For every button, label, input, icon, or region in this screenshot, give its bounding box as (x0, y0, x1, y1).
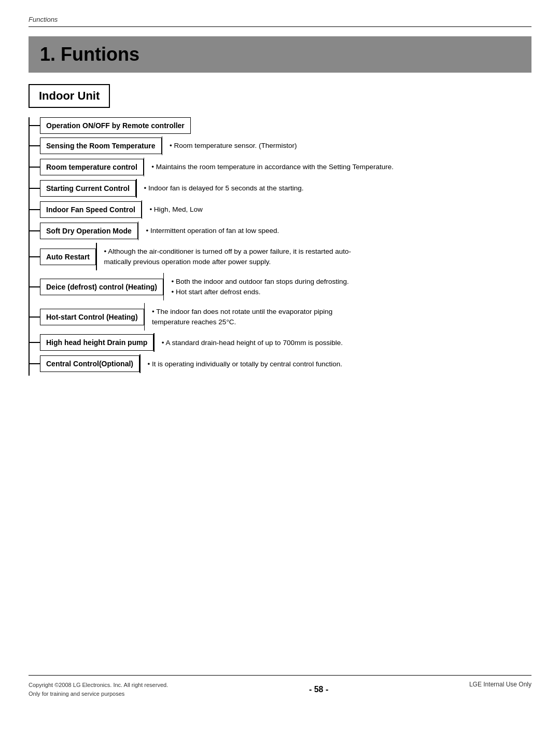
feature-desc-9: • A standard drain-head height of up to … (155, 334, 350, 352)
horiz-tick-6 (30, 256, 40, 257)
feature-label-6: Auto Restart (40, 249, 96, 265)
feature-desc-8: • The indoor fan does not rotate until t… (145, 303, 340, 331)
feature-row-10: Central Control(Optional) • It is operat… (30, 354, 531, 373)
page-container: Functions 1. Funtions Indoor Unit Operat… (0, 0, 560, 729)
section-header: 1. Funtions (29, 36, 531, 73)
section-title: 1. Funtions (40, 44, 139, 65)
horiz-tick-2 (30, 167, 40, 168)
feature-label-5: Soft Dry Operation Mode (40, 223, 138, 239)
feature-label-9: High head height Drain pump (40, 334, 153, 351)
feature-label-8: Hot-start Control (Heating) (40, 309, 144, 325)
feature-desc-6: • Although the air-conditioner is turned… (97, 243, 359, 270)
footer: Copyright ©2008 LG Electronics. Inc. All… (29, 675, 531, 698)
feature-label-4: Indoor Fan Speed Control (40, 201, 142, 218)
feature-row-2: Room temperature control • Maintains the… (30, 158, 531, 176)
footer-training: Only for training and service purposes (29, 690, 168, 698)
footer-right: LGE Internal Use Only (469, 681, 531, 688)
horiz-tick-1 (30, 145, 40, 146)
horiz-tick-0 (30, 125, 40, 126)
feature-desc-7: • Both the indoor and outdoor fan stops … (164, 273, 356, 300)
indoor-unit-heading: Indoor Unit (29, 84, 110, 108)
feature-row-9: High head height Drain pump • A standard… (30, 333, 531, 352)
feature-row-4: Indoor Fan Speed Control • High, Med, Lo… (30, 200, 531, 219)
horiz-tick-4 (30, 209, 40, 210)
feature-row-1: Sensing the Room Temperature • Room temp… (30, 136, 531, 155)
footer-copyright: Copyright ©2008 LG Electronics. Inc. All… (29, 681, 168, 690)
main-content: Indoor Unit Operation ON/OFF by Remote c… (29, 84, 531, 675)
feature-row-0: Operation ON/OFF by Remote controller (30, 117, 531, 134)
feature-row-3: Starting Current Control • Indoor fan is… (30, 179, 531, 198)
feature-desc-5: • Intermittent operation of fan at low s… (138, 222, 286, 240)
feature-label-0: Operation ON/OFF by Remote controller (40, 117, 191, 134)
horiz-tick-8 (30, 317, 40, 318)
horiz-tick-7 (30, 286, 40, 287)
horiz-tick-3 (30, 188, 40, 189)
horiz-tick-9 (30, 342, 40, 343)
feature-label-10: Central Control(Optional) (40, 355, 139, 372)
feature-desc-1: • Room temperature sensor. (Thermistor) (162, 137, 304, 155)
feature-row-6: Auto Restart • Although the air-conditio… (30, 243, 531, 270)
feature-row-5: Soft Dry Operation Mode • Intermittent o… (30, 222, 531, 240)
footer-left: Copyright ©2008 LG Electronics. Inc. All… (29, 681, 168, 698)
feature-label-7: Deice (defrost) control (Heating) (40, 279, 163, 295)
feature-desc-3: • Indoor fan is delayed for 5 seconds at… (137, 180, 311, 197)
feature-label-3: Starting Current Control (40, 180, 136, 197)
breadcrumb: Functions (29, 16, 531, 23)
feature-row-8: Hot-start Control (Heating) • The indoor… (30, 303, 531, 331)
feature-label-2: Room temperature control (40, 159, 144, 175)
entries-column: Operation ON/OFF by Remote controller Se… (30, 117, 531, 376)
top-divider (29, 26, 531, 27)
horiz-tick-10 (30, 363, 40, 364)
horiz-tick-5 (30, 230, 40, 231)
features-block: Operation ON/OFF by Remote controller Se… (29, 117, 531, 376)
feature-row-7: Deice (defrost) control (Heating) • Both… (30, 273, 531, 300)
feature-desc-2: • Maintains the room temperature in acco… (144, 158, 401, 176)
feature-label-1: Sensing the Room Temperature (40, 137, 162, 154)
feature-desc-10: • It is operating individually or totall… (141, 355, 349, 373)
footer-page-number: - 58 - (309, 685, 328, 694)
feature-desc-4: • High, Med, Low (142, 201, 209, 218)
